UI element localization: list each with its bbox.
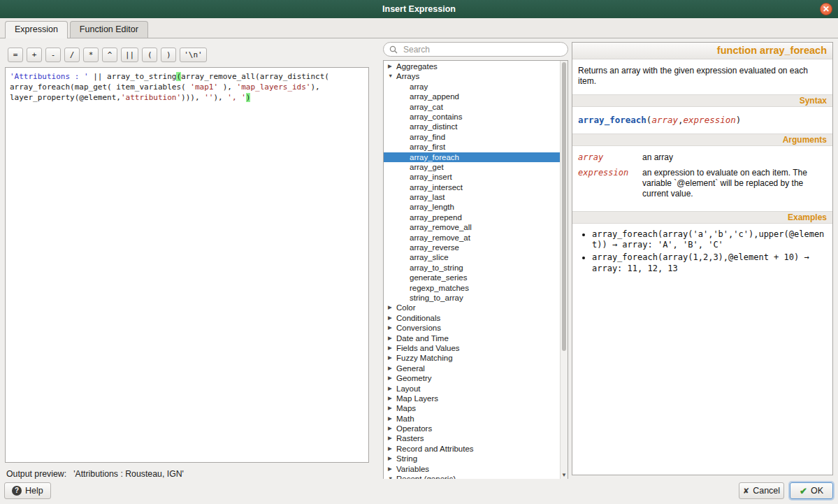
tree-function-array_find[interactable]: array_find — [384, 132, 560, 142]
tree-function-label: array_prepend — [410, 213, 462, 222]
chevron-right-icon[interactable]: ▶ — [388, 62, 396, 71]
tree-group-label: Rasters — [396, 433, 424, 443]
chevron-right-icon[interactable]: ▶ — [388, 414, 396, 424]
tree-function-string_to_array[interactable]: string_to_array — [384, 293, 560, 303]
operator-button[interactable]: = — [8, 48, 23, 62]
tree-function-array_contains[interactable]: array_contains — [384, 112, 560, 122]
chevron-right-icon[interactable]: ▶ — [388, 303, 396, 312]
syntax-function-name: array_foreach — [578, 115, 646, 125]
insert-expression-dialog: { "window": { "title": "Insert Expressio… — [0, 0, 838, 504]
chevron-right-icon[interactable]: ▶ — [388, 454, 396, 463]
tree-group-maps[interactable]: ▶Maps — [384, 403, 560, 413]
chevron-right-icon[interactable]: ▶ — [388, 403, 396, 413]
tree-function-array[interactable]: array — [384, 82, 560, 92]
tree-function-array_remove_all[interactable]: array_remove_all — [384, 222, 560, 232]
cancel-icon: ✘ — [743, 487, 749, 496]
operator-button[interactable]: * — [83, 48, 99, 62]
tree-function-array_to_string[interactable]: array_to_string — [384, 263, 560, 273]
tree-function-array_intersect[interactable]: array_intersect — [384, 182, 560, 192]
cancel-button[interactable]: ✘ Cancel — [739, 482, 784, 499]
tree-function-label: array_insert — [410, 172, 452, 182]
syntax-argument: array — [651, 115, 678, 125]
chevron-right-icon[interactable]: ▶ — [388, 323, 396, 333]
scroll-down-arrow-icon[interactable]: ▼ — [561, 472, 568, 479]
chevron-right-icon[interactable]: ▶ — [388, 424, 396, 433]
tree-group-geometry[interactable]: ▶Geometry — [384, 373, 560, 383]
example-item: array_foreach(array(1,2,3),@element + 10… — [592, 252, 828, 274]
expression-line: array_foreach(map_get( item_variables( '… — [10, 82, 364, 92]
chevron-right-icon[interactable]: ▶ — [388, 394, 396, 403]
operator-button[interactable]: / — [64, 48, 80, 62]
tree-function-array_remove_at[interactable]: array_remove_at — [384, 233, 560, 243]
tree-function-array_reverse[interactable]: array_reverse — [384, 243, 560, 252]
tree-group-layout[interactable]: ▶Layout — [384, 384, 560, 394]
tree-function-array_first[interactable]: array_first — [384, 142, 560, 152]
close-button[interactable]: ✕ — [820, 3, 832, 15]
tab-bar: Expression Function Editor — [0, 18, 838, 38]
tree-scrollbar-thumb[interactable] — [562, 62, 566, 351]
tree-function-array_length[interactable]: array_length — [384, 202, 560, 212]
help-icon: ? — [12, 486, 22, 496]
chevron-down-icon[interactable]: ▼ — [388, 71, 396, 81]
tree-group-aggregates[interactable]: ▶Aggregates — [384, 62, 560, 71]
chevron-right-icon[interactable]: ▶ — [388, 384, 396, 394]
arguments-header: Arguments — [572, 134, 832, 146]
tree-function-array_foreach[interactable]: array_foreach — [384, 152, 560, 162]
tree-function-regexp_matches[interactable]: regexp_matches — [384, 283, 560, 293]
ok-button-label: OK — [811, 486, 823, 496]
tree-group-label: Layout — [396, 384, 421, 394]
tree-group-label: Fields and Values — [396, 343, 460, 353]
tree-group-arrays[interactable]: ▼Arrays — [384, 71, 560, 81]
operator-button[interactable]: - — [45, 48, 61, 62]
search-input[interactable] — [402, 44, 562, 55]
tree-group-record-and-attributes[interactable]: ▶Record and Attributes — [384, 444, 560, 454]
tree-function-array_prepend[interactable]: array_prepend — [384, 213, 560, 222]
tree-scrollbar[interactable]: ▼ — [560, 61, 568, 480]
tree-function-array_insert[interactable]: array_insert — [384, 172, 560, 182]
tree-group-math[interactable]: ▶Math — [384, 414, 560, 424]
tree-group-map-layers[interactable]: ▶Map Layers — [384, 394, 560, 403]
chevron-right-icon[interactable]: ▶ — [388, 464, 396, 474]
chevron-right-icon[interactable]: ▶ — [388, 333, 396, 343]
tree-group-conversions[interactable]: ▶Conversions — [384, 323, 560, 333]
tree-function-generate_series[interactable]: generate_series — [384, 273, 560, 282]
expression-line: 'Attributions : ' || array_to_string(arr… — [10, 71, 364, 82]
tree-group-variables[interactable]: ▶Variables — [384, 464, 560, 474]
tree-group-string[interactable]: ▶String — [384, 454, 560, 463]
search-box[interactable] — [383, 42, 568, 57]
chevron-right-icon[interactable]: ▶ — [388, 444, 396, 454]
tree-function-array_distinct[interactable]: array_distinct — [384, 122, 560, 131]
tree-group-fuzzy-matching[interactable]: ▶Fuzzy Matching — [384, 353, 560, 363]
tree-group-operators[interactable]: ▶Operators — [384, 424, 560, 433]
tree-function-array_append[interactable]: array_append — [384, 92, 560, 101]
chevron-right-icon[interactable]: ▶ — [388, 313, 396, 323]
help-button[interactable]: ? Help — [4, 482, 51, 499]
operator-button[interactable]: ) — [161, 48, 176, 62]
output-preview-label: Output preview: — [6, 469, 66, 479]
operator-button[interactable]: || — [121, 48, 138, 62]
expression-editor[interactable]: 'Attributions : ' || array_to_string(arr… — [5, 67, 369, 463]
operator-button[interactable]: '\n' — [180, 48, 207, 62]
tree-function-array_last[interactable]: array_last — [384, 192, 560, 202]
tab-function-editor[interactable]: Function Editor — [70, 21, 148, 38]
tree-group-rasters[interactable]: ▶Rasters — [384, 433, 560, 443]
operator-button[interactable]: + — [27, 48, 42, 62]
operator-button[interactable]: ^ — [102, 48, 117, 62]
tree-group-color[interactable]: ▶Color — [384, 303, 560, 312]
tree-group-date-and-time[interactable]: ▶Date and Time — [384, 333, 560, 343]
tree-group-general[interactable]: ▶General — [384, 363, 560, 373]
tree-function-array_get[interactable]: array_get — [384, 162, 560, 172]
tab-expression[interactable]: Expression — [5, 21, 68, 38]
tree-function-array_slice[interactable]: array_slice — [384, 252, 560, 262]
tree-group-fields-and-values[interactable]: ▶Fields and Values — [384, 343, 560, 353]
tree-function-label: array_first — [410, 142, 445, 152]
chevron-right-icon[interactable]: ▶ — [388, 343, 396, 353]
operator-button[interactable]: ( — [142, 48, 157, 62]
chevron-right-icon[interactable]: ▶ — [388, 433, 396, 443]
chevron-right-icon[interactable]: ▶ — [388, 353, 396, 363]
ok-button[interactable]: ✔ OK — [790, 482, 833, 499]
chevron-right-icon[interactable]: ▶ — [388, 363, 396, 373]
chevron-right-icon[interactable]: ▶ — [388, 373, 396, 383]
tree-function-array_cat[interactable]: array_cat — [384, 102, 560, 112]
tree-group-conditionals[interactable]: ▶Conditionals — [384, 313, 560, 323]
